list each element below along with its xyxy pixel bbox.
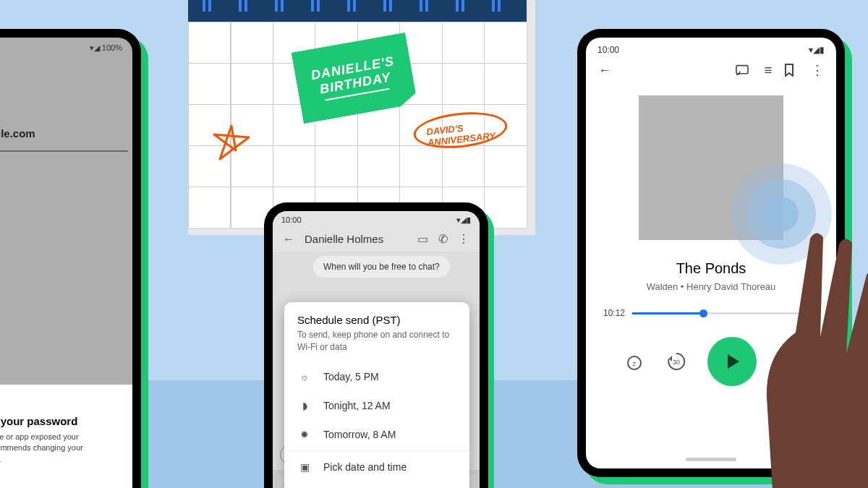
phone-messages: 10:00▾◢▮ ← Danielle Holmes ▭ ✆ ⋮ When wi… [264,202,488,488]
contact-name[interactable]: Danielle Holmes [305,233,407,245]
calendar-icon: ▣ [297,461,312,473]
sunrise-icon: ✹ [297,429,312,440]
back-icon[interactable]: ← [283,233,294,246]
option-tonight[interactable]: ◗ Tonight, 12 AM [284,391,469,420]
gesture-bar[interactable] [686,458,736,461]
elapsed-time: 10:12 [603,308,625,318]
message-bubble: When will you be free to chat? [313,256,450,278]
battery-label: 100% [102,43,122,52]
status-bar: 10:00 ▾◢▮ [586,38,836,58]
star-doodle-icon [210,123,253,166]
more-icon[interactable]: ⋮ [809,62,826,78]
queue-icon[interactable]: ≡ [760,63,777,78]
schedule-send-dialog: Schedule send (PST) To send, keep phone … [284,302,469,488]
option-tomorrow[interactable]: ✹ Tomorrow, 8 AM [284,420,469,449]
call-icon[interactable]: ✆ [438,232,448,246]
svg-text:30: 30 [673,359,680,366]
url-fragment: gle.com [0,127,35,140]
back-icon[interactable]: ← [596,63,613,78]
rewind-30-button[interactable]: 30 [665,351,687,372]
conversation-header: ← Danielle Holmes ▭ ✆ ⋮ [273,226,480,252]
moon-icon: ◗ [297,400,312,411]
status-bar: 10:00▾◢▮ [273,211,480,226]
bookmark-icon[interactable] [784,64,801,77]
option-pick-datetime[interactable]: ▣ Pick date and time [284,453,469,481]
option-today[interactable]: ☼ Today, 5 PM [284,362,469,391]
hand-illustration [731,224,868,488]
svg-marker-5 [669,356,672,361]
player-toolbar: ← ≡ ⋮ [586,58,836,80]
card-body: a site or app exposed your recommends ch… [0,432,132,465]
alert-triangle-icon [0,398,132,411]
status-bar: ▾◢ 100% [90,43,122,53]
phone-password-checkup: ▾◢ 100% gle.com ge your password a site … [0,29,141,488]
svg-text:z: z [633,360,637,367]
dialog-title: Schedule send (PST) [284,314,469,326]
video-call-icon[interactable]: ▭ [417,232,428,246]
cancel-button[interactable]: Cancel [284,481,469,488]
svg-rect-2 [736,66,748,74]
card-title: ge your password [0,415,132,427]
dialog-subtitle: To send, keep phone on and connect to Wi… [284,326,469,362]
more-icon[interactable]: ⋮ [458,232,469,246]
sleep-timer-button[interactable]: z [624,351,645,372]
status-icons: ▾◢▮ [809,45,825,55]
sun-icon: ☼ [297,371,312,382]
cast-icon[interactable] [735,64,752,76]
password-alert-card: ge your password a site or app exposed y… [0,385,132,488]
wifi-icon: ▾◢ [90,43,100,52]
